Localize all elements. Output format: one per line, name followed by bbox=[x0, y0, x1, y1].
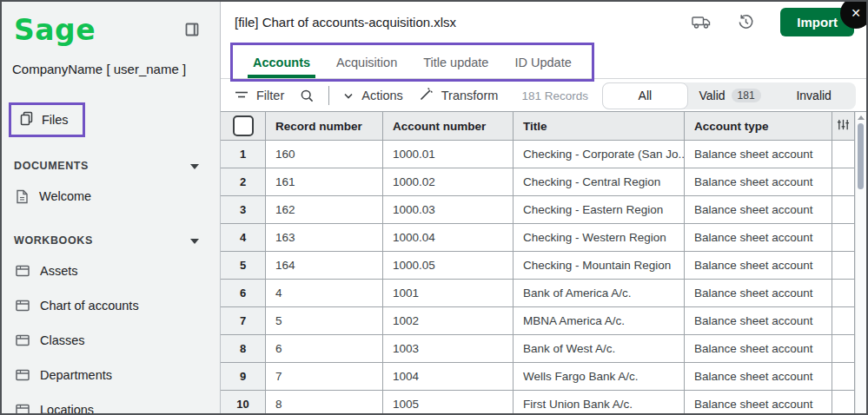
account-number-cell[interactable]: 1001 bbox=[383, 280, 514, 307]
filler-cell bbox=[832, 391, 855, 413]
account-number-cell[interactable]: 1003 bbox=[383, 335, 514, 363]
table-row: 1081005First Union Bank A/c.Balance shee… bbox=[221, 391, 855, 413]
record-number-cell[interactable]: 4 bbox=[266, 280, 383, 307]
account-type-cell[interactable]: Balance sheet account bbox=[685, 335, 832, 363]
account-number-cell[interactable]: 1002 bbox=[383, 307, 514, 335]
segment-all[interactable]: All bbox=[602, 82, 688, 109]
row-number-cell[interactable]: 7 bbox=[221, 307, 266, 335]
record-number-cell[interactable]: 164 bbox=[266, 252, 383, 280]
history-button[interactable] bbox=[738, 14, 754, 30]
account-type-cell[interactable]: Balance sheet account bbox=[685, 196, 832, 224]
export-button[interactable] bbox=[692, 15, 712, 30]
account-type-cell[interactable]: Balance sheet account bbox=[685, 141, 832, 168]
title-cell[interactable]: Bank of America A/c. bbox=[514, 280, 685, 307]
record-number-cell[interactable]: 161 bbox=[266, 168, 383, 196]
filter-button[interactable]: Filter bbox=[235, 89, 284, 102]
filter-icon bbox=[235, 89, 248, 102]
section-header-workbooks[interactable]: WORKBOOKS bbox=[2, 234, 220, 247]
column-header-record-number[interactable]: Record number bbox=[266, 112, 383, 141]
table-row: 971004Wells Fargo Bank A/c.Balance sheet… bbox=[221, 363, 855, 391]
row-number-cell[interactable]: 2 bbox=[221, 168, 266, 196]
column-header-title[interactable]: Title bbox=[514, 112, 685, 141]
account-type-cell[interactable]: Balance sheet account bbox=[685, 252, 832, 280]
record-number-cell[interactable]: 163 bbox=[266, 224, 383, 252]
actions-menu-button[interactable]: Actions bbox=[343, 89, 403, 102]
account-type-cell[interactable]: Balance sheet account bbox=[685, 363, 832, 391]
title-cell[interactable]: Wells Fargo Bank A/c. bbox=[514, 363, 685, 391]
account-type-cell[interactable]: Balance sheet account bbox=[685, 168, 832, 196]
transform-button[interactable]: Transform bbox=[419, 87, 499, 104]
tab-acquisition[interactable]: Acquisition bbox=[323, 45, 410, 79]
row-number-cell[interactable]: 8 bbox=[221, 335, 266, 363]
records-count: 181 Records bbox=[521, 89, 588, 102]
record-number-cell[interactable]: 5 bbox=[266, 307, 383, 335]
sidebar-item-locations[interactable]: Locations bbox=[2, 394, 220, 415]
row-number-cell[interactable]: 5 bbox=[221, 252, 266, 280]
sidebar-item-welcome[interactable]: Welcome bbox=[2, 181, 220, 212]
section-header-documents[interactable]: DOCUMENTS bbox=[2, 160, 220, 172]
title-cell[interactable]: Checking - Mountain Region bbox=[514, 252, 685, 280]
row-number-cell[interactable]: 9 bbox=[221, 363, 266, 391]
row-number-cell[interactable]: 4 bbox=[221, 224, 266, 252]
row-number-cell[interactable]: 10 bbox=[221, 391, 266, 413]
account-number-cell[interactable]: 1000.02 bbox=[383, 168, 514, 196]
tab-id-update[interactable]: ID Update bbox=[501, 45, 584, 79]
account-number-cell[interactable]: 1004 bbox=[383, 363, 514, 391]
row-number-cell[interactable]: 3 bbox=[221, 196, 266, 224]
table-row: 31621000.03Checking - Eastern RegionBala… bbox=[221, 196, 855, 224]
record-number-cell[interactable]: 8 bbox=[266, 391, 383, 413]
column-header-account-number[interactable]: Account number bbox=[383, 112, 514, 141]
column-settings-button[interactable] bbox=[832, 112, 855, 141]
account-number-cell[interactable]: 1000.04 bbox=[383, 224, 514, 252]
filler-cell bbox=[832, 168, 855, 196]
record-number-cell[interactable]: 162 bbox=[266, 196, 383, 224]
account-type-cell[interactable]: Balance sheet account bbox=[685, 280, 832, 307]
segment-invalid[interactable]: Invalid bbox=[772, 82, 856, 109]
account-number-cell[interactable]: 1000.03 bbox=[383, 196, 514, 224]
title-cell[interactable]: Checking - Corporate (San Jo... bbox=[514, 141, 685, 168]
title-cell[interactable]: First Union Bank A/c. bbox=[514, 391, 685, 413]
collapse-sidebar-button[interactable] bbox=[185, 23, 199, 36]
document-icon bbox=[16, 189, 29, 204]
main-header: [file] Chart of accounts-acquisition.xls… bbox=[221, 2, 866, 42]
account-number-cell[interactable]: 1000.01 bbox=[383, 141, 514, 168]
row-number-cell[interactable]: 1 bbox=[221, 141, 266, 168]
toolbar: Filter Actions Transform 181 Records All… bbox=[221, 79, 866, 112]
title-cell[interactable]: Checking - Eastern Region bbox=[514, 196, 685, 224]
column-header-account-type[interactable]: Account type bbox=[685, 112, 832, 141]
record-number-cell[interactable]: 7 bbox=[266, 363, 383, 391]
row-number-cell[interactable]: 6 bbox=[221, 280, 266, 307]
title-cell[interactable]: Bank of West A/c. bbox=[514, 335, 685, 363]
sidebar-item-files[interactable]: Files bbox=[9, 102, 85, 137]
record-number-cell[interactable]: 160 bbox=[266, 141, 383, 168]
account-type-cell[interactable]: Balance sheet account bbox=[685, 391, 832, 413]
filter-label: Filter bbox=[256, 89, 284, 102]
account-number-cell[interactable]: 1000.05 bbox=[383, 252, 514, 280]
sidebar-item-assets[interactable]: Assets bbox=[2, 255, 220, 287]
title-cell[interactable]: Checking - Western Region bbox=[514, 224, 685, 252]
title-cell[interactable]: MBNA America A/c. bbox=[514, 307, 685, 335]
magic-wand-icon bbox=[419, 87, 434, 104]
scrollbar-thumb[interactable] bbox=[858, 123, 864, 189]
account-number-cell[interactable]: 1005 bbox=[383, 391, 514, 413]
select-all-checkbox[interactable] bbox=[233, 115, 254, 136]
account-type-cell[interactable]: Balance sheet account bbox=[685, 224, 832, 252]
column-settings-icon bbox=[837, 118, 850, 134]
sidebar-item-chart-of-accounts[interactable]: Chart of accounts bbox=[2, 290, 220, 321]
title-cell[interactable]: Checking - Central Region bbox=[514, 168, 685, 196]
sage-logo: Sage bbox=[14, 16, 96, 44]
account-type-cell[interactable]: Balance sheet account bbox=[685, 307, 832, 335]
search-button[interactable] bbox=[300, 89, 315, 103]
sidebar-item-classes[interactable]: Classes bbox=[2, 325, 220, 356]
record-number-cell[interactable]: 6 bbox=[266, 335, 383, 363]
tab-accounts[interactable]: Accounts bbox=[240, 45, 323, 79]
sidebar-item-departments[interactable]: Departments bbox=[2, 359, 220, 391]
close-button[interactable]: ✕ bbox=[840, 0, 868, 29]
segment-valid[interactable]: Valid181 bbox=[688, 82, 772, 109]
scroll-up-icon[interactable] bbox=[858, 115, 865, 120]
tab-title-update[interactable]: Title update bbox=[410, 45, 501, 79]
filler-cell bbox=[832, 141, 855, 168]
filler-cell bbox=[832, 280, 855, 307]
vertical-scrollbar[interactable] bbox=[855, 112, 866, 413]
segment-badge: 181 bbox=[732, 89, 761, 102]
